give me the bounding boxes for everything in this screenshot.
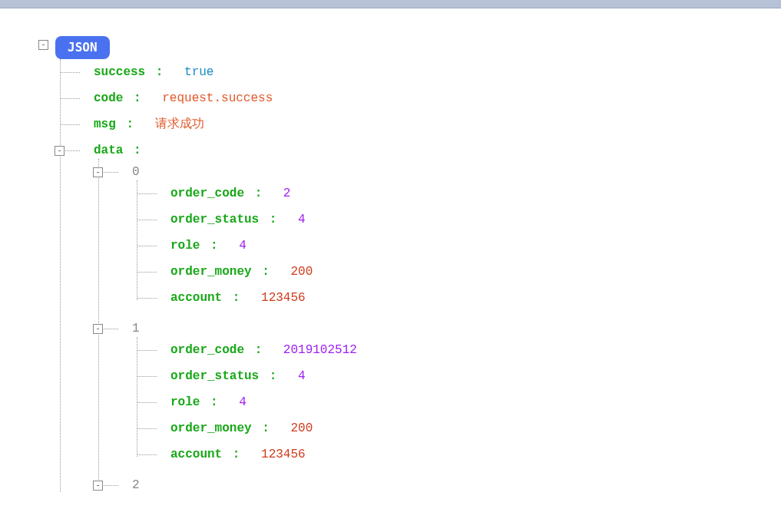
collapse-icon[interactable]: - xyxy=(38,40,48,50)
key-account: account xyxy=(170,448,222,461)
value-role: 4 xyxy=(228,239,247,253)
key-order-status: order_status xyxy=(170,213,259,226)
node-role: role : 4 xyxy=(157,389,781,415)
node-data-2: - 2 xyxy=(118,472,781,498)
colon: : xyxy=(131,144,144,157)
node-success: success : true xyxy=(80,59,781,85)
colon: : xyxy=(230,448,243,461)
node-order-money: order_money : 200 xyxy=(157,259,781,285)
root-node: - JSON success : true code : request.suc… xyxy=(55,31,781,507)
value-success: true xyxy=(174,65,213,79)
colon: : xyxy=(266,213,280,226)
node-role: role : 4 xyxy=(157,233,781,259)
value-role: 4 xyxy=(228,395,247,409)
node-data-0: - 0 order_code : 2 order_status : xyxy=(118,159,781,316)
collapse-icon[interactable]: - xyxy=(93,481,103,491)
colon: : xyxy=(259,265,273,279)
colon: : xyxy=(207,239,221,253)
value-msg: 请求成功 xyxy=(144,117,204,131)
colon: : xyxy=(266,369,280,383)
node-msg: msg : 请求成功 xyxy=(80,111,781,137)
collapse-icon[interactable]: - xyxy=(93,167,103,177)
colon: : xyxy=(230,291,243,305)
value-account: 123456 xyxy=(250,448,306,461)
node-order-code: order_code : 2 xyxy=(157,180,781,207)
node-code: code : request.success xyxy=(80,85,781,111)
node-order-money: order_money : 200 xyxy=(157,415,781,441)
root-badge: JSON xyxy=(55,36,110,59)
value-order-money: 200 xyxy=(280,265,313,279)
key-code: code xyxy=(94,91,123,105)
value-order-code: 2019102512 xyxy=(273,343,357,357)
key-msg: msg xyxy=(94,117,116,131)
key-account: account xyxy=(170,291,222,305)
node-order-status: order_status : 4 xyxy=(157,207,781,233)
array-index: 1 xyxy=(132,322,140,335)
node-account: account : 123456 xyxy=(157,285,781,311)
value-code: request.success xyxy=(151,91,273,105)
array-index: 0 xyxy=(132,165,140,179)
value-order-code: 2 xyxy=(273,187,291,200)
key-role: role xyxy=(170,395,200,409)
top-bar xyxy=(0,0,781,8)
colon: : xyxy=(131,91,144,105)
key-role: role xyxy=(170,239,200,253)
colon: : xyxy=(123,117,137,131)
value-order-status: 4 xyxy=(287,369,306,383)
colon: : xyxy=(252,187,266,200)
key-order-status: order_status xyxy=(170,369,259,383)
colon: : xyxy=(153,65,167,79)
key-order-code: order_code xyxy=(170,187,244,200)
value-order-status: 4 xyxy=(287,213,306,226)
colon: : xyxy=(207,395,221,409)
collapse-icon[interactable]: - xyxy=(55,146,65,156)
collapse-icon[interactable]: - xyxy=(93,324,103,334)
value-order-money: 200 xyxy=(280,421,313,435)
node-account: account : 123456 xyxy=(157,441,781,468)
json-viewer: - JSON success : true code : request.suc… xyxy=(0,8,781,507)
colon: : xyxy=(259,421,273,435)
colon: : xyxy=(252,343,266,357)
key-success: success xyxy=(94,65,145,79)
value-account: 123456 xyxy=(250,291,306,305)
key-data: data xyxy=(94,144,123,157)
key-order-code: order_code xyxy=(170,343,244,357)
key-order-money: order_money xyxy=(170,421,252,435)
node-data: - data : - 0 order_code : 2 xyxy=(80,137,781,503)
node-order-code: order_code : 2019102512 xyxy=(157,337,781,363)
key-order-money: order_money xyxy=(170,265,252,279)
array-index: 2 xyxy=(132,478,140,492)
node-order-status: order_status : 4 xyxy=(157,363,781,389)
node-data-1: - 1 order_code : 2019102512 order_status… xyxy=(118,316,781,472)
